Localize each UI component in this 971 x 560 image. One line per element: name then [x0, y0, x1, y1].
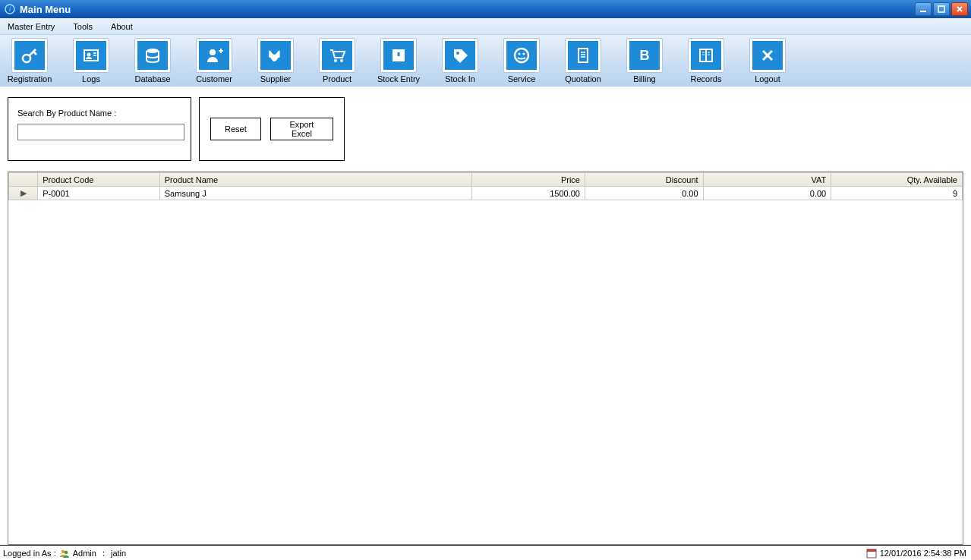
- row-header-corner: [9, 173, 38, 187]
- toolbar: Registration Logs Database Customer Supp…: [0, 35, 971, 87]
- search-input[interactable]: [17, 124, 184, 140]
- menu-tools[interactable]: Tools: [73, 22, 93, 31]
- col-discount[interactable]: Discount: [585, 173, 703, 187]
- menu-about[interactable]: About: [111, 22, 133, 31]
- status-sep: :: [102, 549, 105, 558]
- close-x-icon: [752, 41, 783, 70]
- search-panel: Search By Product Name :: [8, 97, 191, 161]
- cell-discount[interactable]: 0.00: [585, 187, 703, 200]
- toolbar-service[interactable]: Service: [500, 38, 544, 83]
- toolbar-label: Registration: [8, 74, 52, 83]
- user-group-icon: [59, 548, 70, 558]
- toolbar-label: Logout: [755, 74, 780, 83]
- reset-button[interactable]: Reset: [210, 118, 261, 140]
- toolbar-label: Billing: [633, 74, 655, 83]
- svg-rect-26: [579, 49, 588, 62]
- key-icon: [14, 41, 45, 70]
- svg-point-10: [87, 53, 91, 57]
- grid-header-row: Product Code Product Name Price Discount…: [9, 173, 963, 187]
- menubar: Master Entry Tools About: [0, 18, 971, 35]
- svg-rect-21: [398, 52, 400, 56]
- svg-text:i: i: [9, 5, 11, 13]
- col-product-code[interactable]: Product Code: [38, 173, 160, 187]
- toolbar-label: Stock Entry: [377, 74, 420, 83]
- col-price[interactable]: Price: [472, 173, 585, 187]
- col-qty[interactable]: Qty. Available: [831, 173, 963, 187]
- svg-rect-2: [920, 11, 926, 12]
- status-user: jatin: [111, 549, 126, 558]
- export-excel-button[interactable]: Export Excel: [270, 118, 333, 140]
- toolbar-label: Customer: [196, 74, 232, 83]
- cart-icon: [322, 41, 352, 70]
- toolbar-label: Records: [691, 74, 722, 83]
- toolbar-registration[interactable]: Registration: [8, 38, 52, 83]
- toolbar-label: Stock In: [445, 74, 475, 83]
- svg-point-14: [210, 49, 216, 55]
- toolbar-logs[interactable]: Logs: [69, 38, 113, 83]
- col-vat[interactable]: VAT: [703, 173, 831, 187]
- svg-point-25: [523, 53, 525, 55]
- toolbar-product[interactable]: Product: [315, 38, 359, 83]
- cell-vat[interactable]: 0.00: [703, 187, 831, 200]
- svg-rect-3: [938, 6, 944, 12]
- svg-point-38: [64, 550, 68, 554]
- svg-point-37: [61, 549, 65, 553]
- cell-qty[interactable]: 9: [831, 187, 963, 200]
- svg-point-13: [147, 49, 159, 53]
- data-grid[interactable]: Product Code Product Name Price Discount…: [8, 171, 963, 545]
- toolbar-label: Supplier: [260, 74, 291, 83]
- toolbar-records[interactable]: Records: [684, 38, 728, 83]
- billing-icon: B: [629, 41, 660, 70]
- database-icon: [137, 41, 168, 70]
- svg-point-24: [519, 53, 521, 55]
- row-indicator-icon: ▶: [9, 187, 38, 200]
- toolbar-supplier[interactable]: Supplier: [254, 38, 298, 83]
- cell-price[interactable]: 1500.00: [472, 187, 585, 200]
- content-area: Search By Product Name : Reset Export Ex…: [0, 87, 971, 545]
- cell-code[interactable]: P-0001: [38, 187, 160, 200]
- document-icon: [568, 41, 598, 70]
- id-card-icon: [76, 41, 106, 70]
- window-title: Main Menu: [20, 4, 915, 15]
- titlebar: i Main Menu: [0, 0, 971, 18]
- grid-empty-area: [8, 200, 963, 544]
- calendar-icon: [866, 548, 877, 558]
- toolbar-stock-entry[interactable]: Stock Entry: [377, 38, 421, 83]
- svg-line-8: [33, 52, 36, 55]
- toolbar-quotation[interactable]: Quotation: [561, 38, 605, 83]
- window-controls: [915, 2, 968, 16]
- maximize-button[interactable]: [933, 2, 950, 16]
- toolbar-label: Logs: [82, 74, 100, 83]
- book-icon: [691, 41, 721, 70]
- supplier-icon: [260, 41, 291, 70]
- app-icon: i: [5, 4, 15, 14]
- status-role: Admin: [73, 549, 96, 558]
- actions-panel: Reset Export Excel: [199, 97, 345, 161]
- svg-text:B: B: [640, 48, 650, 63]
- toolbar-label: Database: [134, 74, 170, 83]
- svg-rect-40: [867, 549, 876, 552]
- cell-name[interactable]: Samsung J: [159, 187, 472, 200]
- toolbar-logout[interactable]: Logout: [746, 38, 790, 83]
- toolbar-stock-in[interactable]: Stock In: [438, 38, 482, 83]
- col-product-name[interactable]: Product Name: [159, 173, 472, 187]
- toolbar-database[interactable]: Database: [131, 38, 175, 83]
- smile-icon: [506, 41, 537, 70]
- close-button[interactable]: [951, 2, 968, 16]
- toolbar-label: Service: [508, 74, 536, 83]
- svg-point-22: [456, 52, 459, 55]
- svg-point-23: [515, 49, 528, 62]
- toolbar-label: Product: [323, 74, 352, 83]
- toolbar-label: Quotation: [565, 74, 601, 83]
- table-row[interactable]: ▶ P-0001 Samsung J 1500.00 0.00 0.00 9: [9, 187, 963, 200]
- tag-icon: [445, 41, 475, 70]
- box-icon: [383, 41, 414, 70]
- status-datetime: 12/01/2016 2:54:38 PM: [880, 549, 966, 558]
- toolbar-billing[interactable]: B Billing: [623, 38, 667, 83]
- minimize-button[interactable]: [915, 2, 932, 16]
- toolbar-customer[interactable]: Customer: [192, 38, 236, 83]
- statusbar: Logged in As : Admin : jatin 12/01/2016 …: [0, 545, 971, 560]
- status-logged-label: Logged in As :: [3, 549, 56, 558]
- user-plus-icon: [199, 41, 229, 70]
- menu-master-entry[interactable]: Master Entry: [8, 22, 55, 31]
